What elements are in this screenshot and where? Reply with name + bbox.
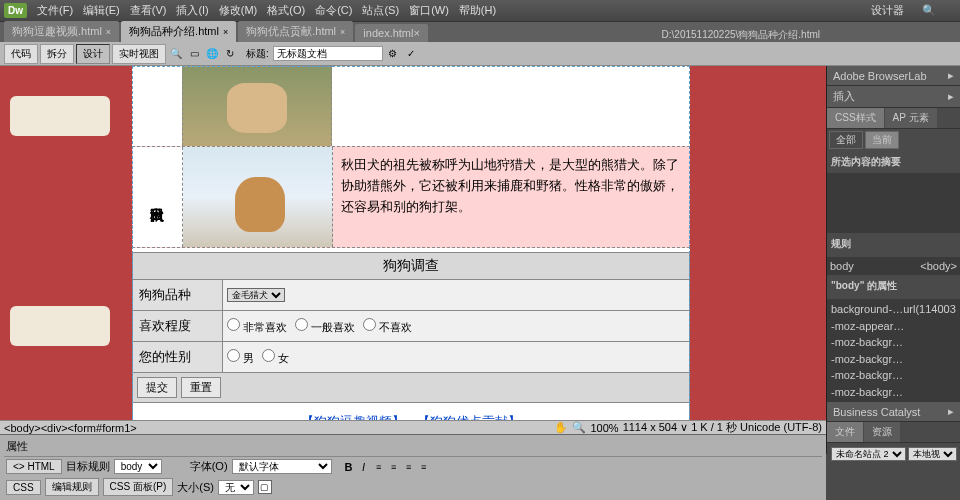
target-rule-label: 目标规则 <box>66 459 110 474</box>
menu-insert[interactable]: 插入(I) <box>176 3 208 18</box>
target-rule-select[interactable]: body <box>114 459 162 474</box>
hand-tool-icon[interactable]: ✋ <box>554 421 568 434</box>
css-all-tab[interactable]: 全部 <box>829 131 863 149</box>
dog-image-top <box>182 66 332 146</box>
font-select[interactable]: 默认字体 <box>232 459 332 474</box>
properties-panel: 属性 <> HTML 目标规则 body 字体(O) 默认字体 B I ≡ ≡ … <box>0 434 826 500</box>
chevron-icon[interactable]: ▸ <box>948 69 954 82</box>
gender-label: 您的性别 <box>133 342 223 372</box>
align-right-icon[interactable]: ≡ <box>402 460 416 474</box>
insert-panel[interactable]: 插入▸ <box>827 86 960 108</box>
browserlab-panel[interactable]: Adobe BrowserLab▸ <box>827 66 960 86</box>
bg-dog-text: DoG <box>30 71 78 98</box>
view-code-button[interactable]: 代码 <box>4 44 38 64</box>
akita-image <box>183 147 333 247</box>
akita-row: 秋田犬 秋田犬的祖先被称呼为山地狩猎犬，是大型的熊猎犬。除了协助猎熊外，它还被利… <box>132 146 690 248</box>
refresh-icon[interactable]: ↻ <box>222 46 238 62</box>
menu-view[interactable]: 查看(V) <box>130 3 167 18</box>
view-design-button[interactable]: 设计 <box>76 44 110 64</box>
like-opt-2[interactable]: 不喜欢 <box>363 318 412 335</box>
italic-icon[interactable]: I <box>357 460 371 474</box>
multiscreen-icon[interactable]: ▭ <box>186 46 202 62</box>
like-opt-0[interactable]: 非常喜欢 <box>227 318 287 335</box>
gender-opt-1[interactable]: 女 <box>262 349 289 366</box>
close-icon[interactable]: × <box>340 27 345 37</box>
chevron-icon[interactable]: ▸ <box>948 405 954 418</box>
breed-label: 狗狗品种 <box>133 280 223 310</box>
chevron-icon[interactable]: ▸ <box>948 90 954 103</box>
validate-icon[interactable]: ✓ <box>403 46 419 62</box>
bg-dog-text: DoG <box>30 261 78 288</box>
doc-tab-0[interactable]: 狗狗逗趣视频.html× <box>4 21 119 42</box>
akita-label: 秋田犬 <box>133 147 183 247</box>
css-current-tab[interactable]: 当前 <box>865 131 899 149</box>
app-logo: Dw <box>4 3 27 18</box>
assets-tab[interactable]: 资源 <box>864 422 900 442</box>
css-property-list[interactable]: background-…url(11400336. -moz-appear… -… <box>827 299 960 402</box>
site-select[interactable]: 未命名站点 2 <box>831 447 906 461</box>
gender-opt-0[interactable]: 男 <box>227 349 254 366</box>
file-mgmt-icon[interactable]: ⚙ <box>385 46 401 62</box>
ap-elements-tab[interactable]: AP 元素 <box>885 108 937 128</box>
document-toolbar: 代码 拆分 设计 实时视图 🔍 ▭ 🌐 ↻ 标题: ⚙ ✓ <box>0 42 960 66</box>
color-swatch[interactable]: ▢ <box>258 480 272 494</box>
menu-file[interactable]: 文件(F) <box>37 3 73 18</box>
tag-selector[interactable]: <body><div><form#form1> <box>4 422 137 434</box>
like-opt-1[interactable]: 一般喜欢 <box>295 318 355 335</box>
window-size[interactable]: 1114 x 504 ∨ 1 K / 1 秒 Unicode (UTF-8) <box>623 420 822 435</box>
size-label: 大小(S) <box>177 480 214 495</box>
summary-heading: 所选内容的摘要 <box>827 151 960 173</box>
submit-button[interactable]: 提交 <box>137 377 177 398</box>
menu-window[interactable]: 窗口(W) <box>409 3 449 18</box>
align-justify-icon[interactable]: ≡ <box>417 460 431 474</box>
zoom-level[interactable]: 100% <box>590 422 618 434</box>
align-left-icon[interactable]: ≡ <box>372 460 386 474</box>
browser-icon[interactable]: 🌐 <box>204 46 220 62</box>
menu-site[interactable]: 站点(S) <box>362 3 399 18</box>
title-input[interactable] <box>273 46 383 61</box>
menu-bar: Dw 文件(F) 编辑(E) 查看(V) 插入(I) 修改(M) 格式(O) 命… <box>0 0 960 22</box>
doc-tab-2[interactable]: 狗狗优点贡献.html× <box>238 21 353 42</box>
business-catalyst-panel[interactable]: Business Catalyst▸ <box>827 402 960 422</box>
survey-title: 狗狗调查 <box>133 253 689 280</box>
doc-tab-3[interactable]: index.html× <box>355 24 428 42</box>
menu-modify[interactable]: 修改(M) <box>219 3 258 18</box>
close-icon[interactable]: × <box>223 27 228 37</box>
files-tab[interactable]: 文件 <box>827 422 863 442</box>
css-mode-button[interactable]: CSS <box>6 480 41 495</box>
status-bar: <body><div><form#form1> ✋ 🔍 100% 1114 x … <box>0 420 826 434</box>
align-center-icon[interactable]: ≡ <box>387 460 401 474</box>
reset-button[interactable]: 重置 <box>181 377 221 398</box>
zoom-tool-icon[interactable]: 🔍 <box>572 421 586 434</box>
inspect-icon[interactable]: 🔍 <box>168 46 184 62</box>
bold-icon[interactable]: B <box>342 460 356 474</box>
survey-form: 狗狗调查 狗狗品种 金毛猎犬 喜欢程度 非常喜欢 一般喜欢 不喜欢 您的性别 <box>132 252 690 403</box>
close-icon[interactable]: × <box>106 27 111 37</box>
document-path: D:\20151120225\狗狗品种介绍.html <box>662 28 820 42</box>
menu-edit[interactable]: 编辑(E) <box>83 3 120 18</box>
akita-description: 秋田犬的祖先被称呼为山地狩猎犬，是大型的熊猎犬。除了协助猎熊外，它还被利用来捕鹿… <box>333 147 689 247</box>
menu-commands[interactable]: 命令(C) <box>315 3 352 18</box>
search-icon[interactable]: 🔍 <box>922 4 936 17</box>
right-panel-group: Adobe BrowserLab▸ 插入▸ CSS样式 AP 元素 全部 当前 … <box>826 66 960 454</box>
view-select[interactable]: 本地视 <box>908 447 957 461</box>
rule-row[interactable]: body<body> <box>827 257 960 275</box>
view-split-button[interactable]: 拆分 <box>40 44 74 64</box>
props-heading: "body" 的属性 <box>827 275 960 297</box>
title-label: 标题: <box>246 47 269 61</box>
view-live-button[interactable]: 实时视图 <box>112 44 166 64</box>
css-panel-button[interactable]: CSS 面板(P) <box>103 478 174 496</box>
edit-rule-button[interactable]: 编辑规则 <box>45 478 99 496</box>
design-canvas[interactable]: DoG DoG DoG DoG 秋田犬 秋田犬的祖先被称呼为山地狩猎犬，是大型的… <box>0 66 826 454</box>
doc-tab-1[interactable]: 狗狗品种介绍.html× <box>121 21 236 42</box>
css-styles-tab[interactable]: CSS样式 <box>827 108 884 128</box>
breed-select[interactable]: 金毛猎犬 <box>227 288 285 302</box>
layout-selector[interactable]: 设计器 <box>871 3 904 18</box>
html-mode-button[interactable]: <> HTML <box>6 459 62 474</box>
menu-help[interactable]: 帮助(H) <box>459 3 496 18</box>
size-select[interactable]: 无 <box>218 480 254 495</box>
document-tabs: 狗狗逗趣视频.html× 狗狗品种介绍.html× 狗狗优点贡献.html× i… <box>0 22 960 42</box>
font-label: 字体(O) <box>190 459 228 474</box>
menu-format[interactable]: 格式(O) <box>267 3 305 18</box>
properties-title: 属性 <box>4 437 822 457</box>
